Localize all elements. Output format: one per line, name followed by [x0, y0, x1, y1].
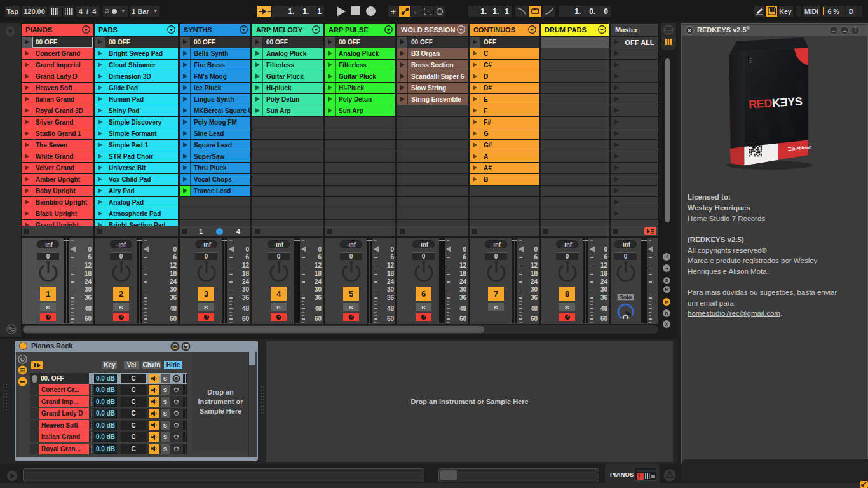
svg-text:REDKEYS: REDKEYS [729, 88, 740, 137]
svg-text:RED: RED [748, 97, 773, 111]
svg-text:KƎYS: KƎYS [771, 95, 803, 109]
